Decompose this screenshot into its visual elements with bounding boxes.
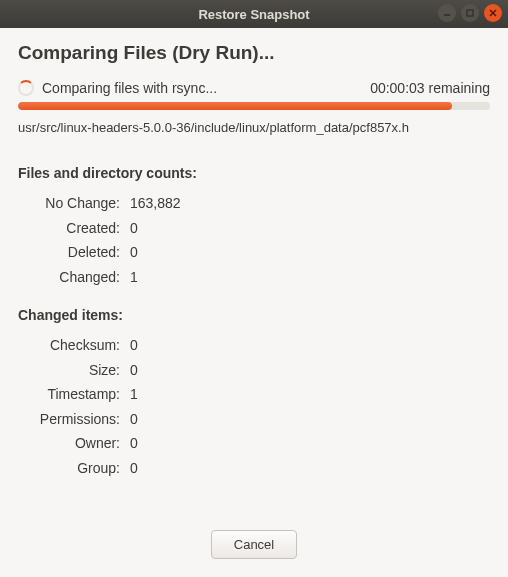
stat-value: 0 bbox=[130, 216, 138, 241]
cancel-button[interactable]: Cancel bbox=[211, 530, 297, 559]
stat-label: Timestamp: bbox=[18, 382, 130, 407]
stat-created: Created: 0 bbox=[18, 216, 490, 241]
stat-value: 0 bbox=[130, 456, 138, 481]
stat-group: Group: 0 bbox=[18, 456, 490, 481]
stat-label: Changed: bbox=[18, 265, 130, 290]
stat-changed: Changed: 1 bbox=[18, 265, 490, 290]
stat-label: Owner: bbox=[18, 431, 130, 456]
button-row: Cancel bbox=[18, 522, 490, 563]
stat-value: 0 bbox=[130, 431, 138, 456]
close-button[interactable] bbox=[484, 4, 502, 22]
stat-value: 163,882 bbox=[130, 191, 181, 216]
page-title: Comparing Files (Dry Run)... bbox=[18, 42, 490, 64]
current-file-path: usr/src/linux-headers-5.0.0-36/include/l… bbox=[18, 120, 490, 135]
stat-value: 0 bbox=[130, 240, 138, 265]
svg-rect-1 bbox=[467, 10, 473, 16]
time-remaining: 00:00:03 remaining bbox=[370, 80, 490, 96]
changed-section-title: Changed items: bbox=[18, 307, 490, 323]
stat-label: Deleted: bbox=[18, 240, 130, 265]
stat-label: Group: bbox=[18, 456, 130, 481]
stat-permissions: Permissions: 0 bbox=[18, 407, 490, 432]
stat-no-change: No Change: 163,882 bbox=[18, 191, 490, 216]
stat-value: 1 bbox=[130, 265, 138, 290]
status-row: Comparing files with rsync... 00:00:03 r… bbox=[18, 80, 490, 96]
stat-value: 0 bbox=[130, 333, 138, 358]
stat-deleted: Deleted: 0 bbox=[18, 240, 490, 265]
minimize-button[interactable] bbox=[438, 4, 456, 22]
dialog-content: Comparing Files (Dry Run)... Comparing f… bbox=[0, 28, 508, 577]
stat-timestamp: Timestamp: 1 bbox=[18, 382, 490, 407]
stat-label: Permissions: bbox=[18, 407, 130, 432]
stat-label: No Change: bbox=[18, 191, 130, 216]
stat-label: Created: bbox=[18, 216, 130, 241]
titlebar: Restore Snapshot bbox=[0, 0, 508, 28]
stat-label: Checksum: bbox=[18, 333, 130, 358]
spinner-icon bbox=[18, 80, 34, 96]
stat-label: Size: bbox=[18, 358, 130, 383]
stat-value: 1 bbox=[130, 382, 138, 407]
counts-section-title: Files and directory counts: bbox=[18, 165, 490, 181]
changed-stats: Checksum: 0 Size: 0 Timestamp: 1 Permiss… bbox=[18, 333, 490, 480]
stat-value: 0 bbox=[130, 407, 138, 432]
maximize-button[interactable] bbox=[461, 4, 479, 22]
window-title: Restore Snapshot bbox=[0, 7, 508, 22]
status-text: Comparing files with rsync... bbox=[42, 80, 370, 96]
progress-bar-fill bbox=[18, 102, 452, 110]
progress-bar-track bbox=[18, 102, 490, 110]
stat-checksum: Checksum: 0 bbox=[18, 333, 490, 358]
counts-stats: No Change: 163,882 Created: 0 Deleted: 0… bbox=[18, 191, 490, 289]
stat-size: Size: 0 bbox=[18, 358, 490, 383]
stat-value: 0 bbox=[130, 358, 138, 383]
window-controls bbox=[438, 4, 502, 22]
stat-owner: Owner: 0 bbox=[18, 431, 490, 456]
